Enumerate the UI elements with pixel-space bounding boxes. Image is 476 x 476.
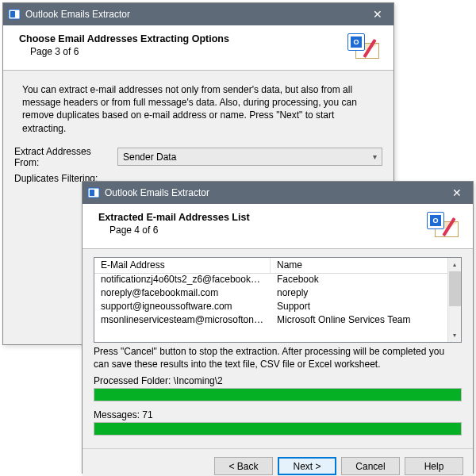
outlook-mail-icon: O xyxy=(347,33,382,62)
scroll-up-icon[interactable]: ▴ xyxy=(448,258,461,271)
cell-name: noreply xyxy=(271,287,461,301)
page-title: Extracted E-mail Addresses List xyxy=(98,212,427,223)
titlebar-page3[interactable]: Outlook Emails Extractor ✕ xyxy=(3,3,393,25)
extract-from-label: Extract Addresses From: xyxy=(14,146,117,168)
wizard-window-page4: Outlook Emails Extractor ✕ Extracted E-m… xyxy=(82,181,474,474)
list-item[interactable]: support@igneoussoftware.comSupport xyxy=(94,301,461,314)
scroll-thumb[interactable] xyxy=(449,271,461,306)
list-item[interactable]: noreply@facebookmail.comnoreply xyxy=(94,287,461,301)
cell-name: Facebook xyxy=(271,274,461,287)
email-list[interactable]: E-Mail Address Name notificationzj4o60ts… xyxy=(94,257,462,343)
progress-messages xyxy=(94,422,462,436)
hint-text: Press "Cancel" button to stop the extrac… xyxy=(94,346,462,370)
help-button[interactable]: Help xyxy=(405,457,463,475)
list-item[interactable]: msonlineservicesteam@microsoftonline.com… xyxy=(94,314,461,328)
back-button[interactable]: < Back xyxy=(214,457,273,475)
outlook-mail-icon: O xyxy=(427,212,462,240)
svg-rect-3 xyxy=(90,190,94,196)
col-email[interactable]: E-Mail Address xyxy=(94,258,271,273)
progress-folder xyxy=(94,388,462,401)
close-icon: ✕ xyxy=(452,186,462,199)
close-button[interactable]: ✕ xyxy=(441,182,473,204)
extract-from-combo[interactable]: Sender Data ▾ xyxy=(117,148,382,166)
list-header: E-Mail Address Name xyxy=(94,258,461,274)
messages-label: Messages: 71 xyxy=(94,409,462,420)
intro-text: You can extract e-mail addresses not onl… xyxy=(22,83,374,135)
scroll-down-icon[interactable]: ▾ xyxy=(448,328,461,342)
cell-email: msonlineservicesteam@microsoftonline.com xyxy=(94,314,271,328)
app-icon xyxy=(87,186,100,199)
page-subtitle: Page 3 of 6 xyxy=(30,46,347,57)
next-button[interactable]: Next > xyxy=(278,457,336,475)
cancel-button[interactable]: Cancel xyxy=(341,457,400,475)
col-name[interactable]: Name xyxy=(271,258,461,273)
chevron-down-icon: ▾ xyxy=(373,152,377,161)
cell-name: Microsoft Online Services Team xyxy=(271,314,461,328)
close-icon: ✕ xyxy=(373,8,382,21)
scrollbar[interactable]: ▴ ▾ xyxy=(447,258,461,342)
app-icon xyxy=(8,8,21,21)
page-title: Choose Email Addresses Extracting Option… xyxy=(19,33,347,44)
titlebar-page4[interactable]: Outlook Emails Extractor ✕ xyxy=(83,182,473,204)
window-title: Outlook Emails Extractor xyxy=(25,9,362,20)
cell-email: support@igneoussoftware.com xyxy=(94,301,271,314)
wizard-header: Choose Email Addresses Extracting Option… xyxy=(3,25,393,71)
window-title: Outlook Emails Extractor xyxy=(105,187,441,198)
cell-name: Support xyxy=(271,301,461,314)
extract-from-value: Sender Data xyxy=(123,152,176,163)
cell-email: notificationzj4o60ts2_z6@facebookmail.co… xyxy=(94,274,271,287)
wizard-footer: < Back Next > Cancel Help xyxy=(83,448,473,476)
cell-email: noreply@facebookmail.com xyxy=(94,287,271,301)
wizard-body-page4: E-Mail Address Name notificationzj4o60ts… xyxy=(83,249,473,448)
processed-folder-label: Processed Folder: \Incoming\2 xyxy=(94,375,462,386)
close-button[interactable]: ✕ xyxy=(362,3,393,25)
svg-rect-1 xyxy=(10,11,15,17)
wizard-header: Extracted E-mail Addresses List Page 4 o… xyxy=(83,204,473,249)
wizard-body-page3: You can extract e-mail addresses not onl… xyxy=(3,71,393,194)
page-subtitle: Page 4 of 6 xyxy=(109,225,427,236)
list-item[interactable]: notificationzj4o60ts2_z6@facebookmail.co… xyxy=(94,274,461,287)
